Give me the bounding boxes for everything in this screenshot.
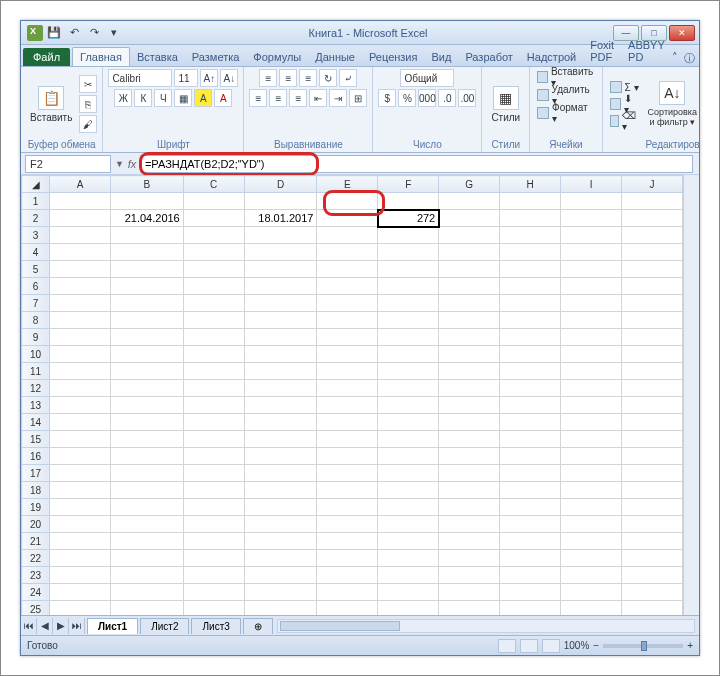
cell-G11[interactable] xyxy=(439,363,500,380)
tab-addins[interactable]: Надстрой xyxy=(520,48,583,66)
undo-button[interactable]: ↶ xyxy=(65,24,83,42)
cell-J16[interactable] xyxy=(622,448,683,465)
cell-J17[interactable] xyxy=(622,465,683,482)
cell-H13[interactable] xyxy=(500,397,561,414)
namebox-dropdown-icon[interactable]: ▼ xyxy=(115,159,124,169)
select-all-corner[interactable]: ◢ xyxy=(22,176,50,193)
cell-D3[interactable] xyxy=(244,227,317,244)
cell-J24[interactable] xyxy=(622,584,683,601)
cell-E21[interactable] xyxy=(317,533,378,550)
cell-E16[interactable] xyxy=(317,448,378,465)
currency-button[interactable]: $ xyxy=(378,89,396,107)
cell-E18[interactable] xyxy=(317,482,378,499)
zoom-slider[interactable] xyxy=(603,644,683,648)
cell-D25[interactable] xyxy=(244,601,317,616)
cell-B9[interactable] xyxy=(111,329,184,346)
redo-button[interactable]: ↷ xyxy=(85,24,103,42)
cell-D21[interactable] xyxy=(244,533,317,550)
cell-G24[interactable] xyxy=(439,584,500,601)
cell-D17[interactable] xyxy=(244,465,317,482)
align-top[interactable]: ≡ xyxy=(259,69,277,87)
cell-J23[interactable] xyxy=(622,567,683,584)
cell-G14[interactable] xyxy=(439,414,500,431)
cell-C4[interactable] xyxy=(183,244,244,261)
cell-H22[interactable] xyxy=(500,550,561,567)
cell-J3[interactable] xyxy=(622,227,683,244)
tab-home[interactable]: Главная xyxy=(72,47,130,66)
cell-F16[interactable] xyxy=(378,448,439,465)
help-icon[interactable]: ⓘ xyxy=(684,51,695,66)
cell-J5[interactable] xyxy=(622,261,683,278)
cell-B6[interactable] xyxy=(111,278,184,295)
cell-F9[interactable] xyxy=(378,329,439,346)
cell-C12[interactable] xyxy=(183,380,244,397)
cell-J9[interactable] xyxy=(622,329,683,346)
cell-F23[interactable] xyxy=(378,567,439,584)
cell-H6[interactable] xyxy=(500,278,561,295)
cell-J20[interactable] xyxy=(622,516,683,533)
view-page-layout[interactable] xyxy=(520,639,538,653)
row-header[interactable]: 12 xyxy=(22,380,50,397)
cell-F1[interactable] xyxy=(378,193,439,210)
copy-button[interactable]: ⎘ xyxy=(79,95,97,113)
cell-E5[interactable] xyxy=(317,261,378,278)
ribbon-min-icon[interactable]: ˄ xyxy=(672,51,678,66)
col-J[interactable]: J xyxy=(622,176,683,193)
cell-F20[interactable] xyxy=(378,516,439,533)
cell-C22[interactable] xyxy=(183,550,244,567)
cell-A23[interactable] xyxy=(50,567,111,584)
font-name-select[interactable] xyxy=(108,69,172,87)
cell-I5[interactable] xyxy=(561,261,622,278)
cell-E9[interactable] xyxy=(317,329,378,346)
grow-font-button[interactable]: A↑ xyxy=(200,69,218,87)
cell-F18[interactable] xyxy=(378,482,439,499)
font-size-select[interactable] xyxy=(174,69,198,87)
row-header[interactable]: 1 xyxy=(22,193,50,210)
cell-A16[interactable] xyxy=(50,448,111,465)
cell-G9[interactable] xyxy=(439,329,500,346)
cell-E24[interactable] xyxy=(317,584,378,601)
cell-A6[interactable] xyxy=(50,278,111,295)
cell-B16[interactable] xyxy=(111,448,184,465)
cell-C3[interactable] xyxy=(183,227,244,244)
cell-G22[interactable] xyxy=(439,550,500,567)
row-header[interactable]: 19 xyxy=(22,499,50,516)
sheet-tab-2[interactable]: Лист2 xyxy=(140,618,189,634)
cell-J14[interactable] xyxy=(622,414,683,431)
cell-J10[interactable] xyxy=(622,346,683,363)
cell-I3[interactable] xyxy=(561,227,622,244)
cell-H14[interactable] xyxy=(500,414,561,431)
cell-A20[interactable] xyxy=(50,516,111,533)
sheet-tab-1[interactable]: Лист1 xyxy=(87,618,138,634)
view-normal[interactable] xyxy=(498,639,516,653)
cell-F4[interactable] xyxy=(378,244,439,261)
zoom-out-button[interactable]: − xyxy=(593,640,599,651)
styles-button[interactable]: ▦ Стили xyxy=(487,84,524,125)
close-button[interactable]: ✕ xyxy=(669,25,695,41)
cell-I17[interactable] xyxy=(561,465,622,482)
cell-G15[interactable] xyxy=(439,431,500,448)
tab-file[interactable]: Файл xyxy=(23,48,70,66)
cell-E17[interactable] xyxy=(317,465,378,482)
cell-H1[interactable] xyxy=(500,193,561,210)
tab-review[interactable]: Рецензия xyxy=(362,48,425,66)
cell-B20[interactable] xyxy=(111,516,184,533)
cell-I4[interactable] xyxy=(561,244,622,261)
cell-F19[interactable] xyxy=(378,499,439,516)
cell-I2[interactable] xyxy=(561,210,622,227)
delete-cells-button[interactable]: Удалить ▾ xyxy=(535,87,596,103)
cell-B14[interactable] xyxy=(111,414,184,431)
cell-D19[interactable] xyxy=(244,499,317,516)
cell-G17[interactable] xyxy=(439,465,500,482)
cell-G5[interactable] xyxy=(439,261,500,278)
tab-formulas[interactable]: Формулы xyxy=(246,48,308,66)
grid[interactable]: ◢ A B C D E F G H I J 1221.04.201618.01.… xyxy=(21,175,683,615)
col-B[interactable]: B xyxy=(111,176,184,193)
cell-D2[interactable]: 18.01.2017 xyxy=(244,210,317,227)
cell-A9[interactable] xyxy=(50,329,111,346)
cell-B24[interactable] xyxy=(111,584,184,601)
cell-J6[interactable] xyxy=(622,278,683,295)
cell-B11[interactable] xyxy=(111,363,184,380)
cell-E2[interactable] xyxy=(317,210,378,227)
cell-A17[interactable] xyxy=(50,465,111,482)
